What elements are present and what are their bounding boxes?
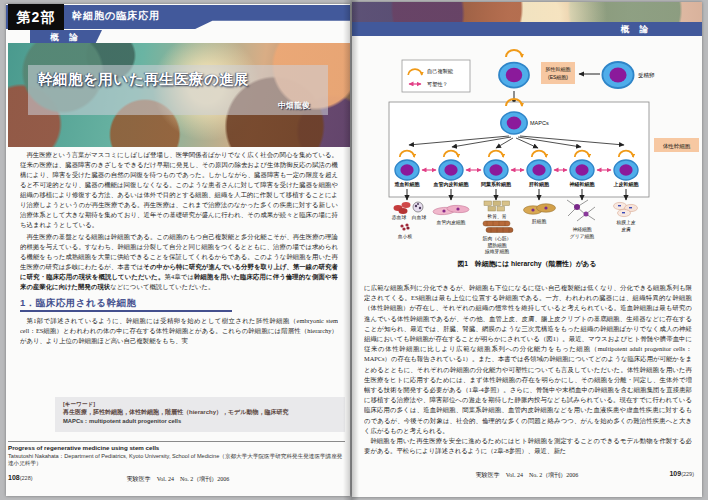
header-blue-bar-right: 概 論: [352, 22, 702, 36]
journal-line-right: 実験医学 Vol. 24 No. 2（増刊）2006: [352, 471, 702, 480]
paragraph-3: 第1部で詳述されているように、幹細胞には受精卵を始めとして樹立された胚性幹細胞（…: [20, 316, 338, 346]
journal-spread: 幹細胞の臨床応用 第2部 概 論 幹細胞を用いた再生医療の進展 中畑龍俊 再生医…: [0, 0, 708, 500]
top-photo-strip: [352, 2, 702, 22]
fertilized-egg-label: 受精卵: [638, 72, 655, 79]
bone-label: 軟骨、骨: [487, 213, 506, 219]
muscle-label: 筋肉（心筋）: [483, 236, 512, 242]
es-label-line2: (ES細胞): [548, 74, 568, 81]
fibroblast-label: 線維芽細胞: [484, 248, 509, 255]
svg-text:神経幹細胞: 神経幹細胞: [569, 181, 596, 188]
right-body-text: に広範な細胞系列に分化できるが、幹細胞も下位になるに従い自己複製能は低くなり、分…: [364, 283, 692, 461]
left-body-text: 再生医療という言葉がマスコミにしばしば登場し、医学関係者ばかりでなく広く社会の関…: [20, 150, 338, 394]
keyword-label: [キーワード]: [63, 400, 337, 408]
english-title: Progress of regenerative medicine using …: [8, 444, 159, 451]
adipocyte-label: 脂肪細胞: [487, 242, 506, 248]
svg-text:造血幹細胞: 造血幹細胞: [394, 181, 421, 188]
section-heading-1: 1．臨床応用される幹細胞: [20, 298, 232, 312]
bone-cartilage-icon: [484, 201, 510, 211]
page-number-paren-right: (229): [681, 471, 694, 477]
legend-self-renewal-label: 自己複製能: [427, 68, 454, 75]
epithelium-icon: [614, 202, 638, 216]
wbc-label: 白血球: [412, 215, 427, 220]
endothelial-label: 血管内皮細胞: [437, 219, 466, 226]
right-paragraph-1: に広範な細胞系列に分化できるが、幹細胞も下位になるに従い自己複製能は低くなり、分…: [364, 283, 692, 436]
figure-1-diagram: 自己複製能 可塑性？ 胚性幹細胞 (ES細胞) 受: [357, 45, 702, 257]
footnote-divider: [8, 441, 345, 442]
section-tab-right: 概 論: [621, 22, 652, 36]
neurons-icon: [567, 200, 595, 221]
endothelial-cells-icon: [433, 205, 469, 216]
page-number-right: 109(229): [669, 470, 694, 477]
muscle-cells-icon: [483, 221, 513, 233]
stem-cell-hierarchy-svg: 自己複製能 可塑性？ 胚性幹細胞 (ES細胞) 受: [357, 45, 702, 257]
p2-normal-mid: 第4章では: [164, 273, 194, 280]
hero-photo-montage: 幹細胞を用いた再生医療の進展 中畑龍俊: [8, 43, 350, 147]
p2-normal-end: などについて概説していただいた。: [110, 283, 214, 290]
part-label-box: 第2部: [8, 4, 64, 30]
keyword-list: 再生医療，胚性幹細胞，体性幹細胞，階層性（hierarchy），モデル動物，臨床…: [63, 408, 337, 417]
hepatocytes-icon: [524, 204, 556, 214]
paragraph-1: 再生医療という言葉がマスコミにしばしば登場し、医学関係者ばかりでなく広く社会の関…: [20, 150, 338, 230]
somatic-stem-cell-label-box: 体性幹細胞: [654, 138, 699, 152]
right-paragraph-2: 幹細胞を用いた再生医療を安全に進めるためにはヒト幹細胞を測定することのできるモデ…: [364, 436, 692, 456]
svg-text:血管内皮幹細胞: 血管内皮幹細胞: [433, 181, 470, 188]
author-affiliation: Tatsutoshi Nakahata：Department of Pediat…: [8, 453, 345, 467]
svg-text:体性幹細胞: 体性幹細胞: [663, 143, 691, 150]
figure-caption: 図1 幹細胞には hierarchy（階層性）がある: [352, 259, 702, 269]
mapcs-label: MAPCs: [530, 120, 549, 126]
keyword-abbreviation: MAPCs：multipotent adult progenitor cells: [63, 417, 337, 426]
fertilized-egg-icon: [602, 62, 633, 88]
figure-legend: 自己複製能 可塑性？: [402, 60, 470, 92]
left-page: 幹細胞の臨床応用 第2部 概 論 幹細胞を用いた再生医療の進展 中畑龍俊 再生医…: [6, 4, 350, 496]
page-number-value-right: 109: [669, 470, 681, 477]
es-label-line1: 胚性幹細胞: [546, 66, 571, 73]
es-cell-label-box: 胚性幹細胞 (ES細胞): [541, 62, 575, 84]
skin-label: 皮膚: [621, 227, 631, 233]
es-cell-icon: [499, 50, 529, 88]
part-title: 幹細胞の臨床応用: [72, 9, 160, 23]
svg-text:上皮幹細胞: 上皮幹細胞: [613, 181, 640, 188]
journal-line: 実験医学 Vol. 24 No. 2（増刊）2006: [6, 475, 350, 484]
svg-text:間葉系幹細胞: 間葉系幹細胞: [481, 181, 512, 188]
paragraph-2: 再生医療の基盤となる細胞は幹細胞である。この細胞のもつ自己複製能と多分化能こそが…: [20, 232, 338, 292]
keyword-box: [キーワード] 再生医療，胚性幹細胞，体性幹細胞，階層性（hierarchy），…: [55, 397, 345, 432]
neuron-label: 神経細胞: [572, 226, 591, 232]
mucosa-label: 粘膜上皮: [616, 219, 635, 226]
svg-text:肝幹細胞: 肝幹細胞: [528, 181, 550, 188]
hepatocyte-label: 肝細胞: [532, 218, 547, 224]
rbc-label: 赤血球: [392, 215, 407, 221]
glia-label: グリア細胞: [570, 233, 595, 239]
platelet-label: 血小板: [398, 234, 413, 239]
right-page: 概 論: [352, 2, 702, 497]
title-panel: 幹細胞を用いた再生医療の進展 中畑龍俊: [28, 65, 328, 115]
legend-plasticity-label: 可塑性？: [427, 81, 448, 87]
author-name: 中畑龍俊: [278, 100, 310, 111]
article-title: 幹細胞を用いた再生医療の進展: [38, 70, 249, 89]
